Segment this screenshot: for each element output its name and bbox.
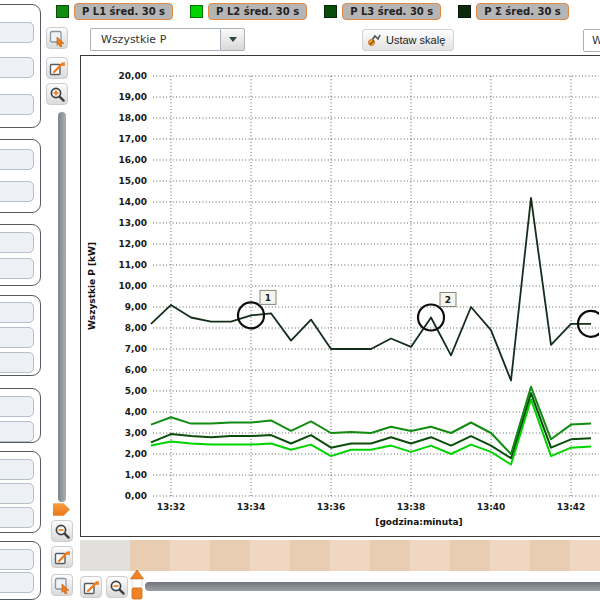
y-tick-label: 8,00 bbox=[125, 323, 147, 333]
legend-item-label: P Σ śred. 30 s bbox=[476, 3, 569, 20]
y-tick-label: 19,00 bbox=[119, 92, 147, 102]
set-scale-label: Ustaw skalę bbox=[386, 34, 445, 46]
y-tick-label: 20,00 bbox=[119, 71, 147, 81]
y-tick-label: 12,00 bbox=[119, 239, 147, 249]
power-chart[interactable]: 0,001,002,003,004,005,006,007,008,009,00… bbox=[81, 56, 599, 535]
y-tick-label: 15,00 bbox=[119, 176, 147, 186]
select-region-button[interactable] bbox=[46, 27, 68, 49]
zoom-out-left-button[interactable] bbox=[51, 520, 73, 542]
sidebar-field[interactable] bbox=[0, 22, 34, 43]
vertical-zoom-slider-track[interactable] bbox=[58, 112, 66, 502]
y-tick-label: 10,00 bbox=[119, 281, 147, 291]
y-tick-label: 17,00 bbox=[119, 134, 147, 144]
timeline-lead-segment bbox=[80, 540, 130, 571]
y-tick-label: 7,00 bbox=[125, 344, 147, 354]
sidebar-field[interactable] bbox=[0, 258, 34, 279]
position-marker-icon bbox=[129, 570, 145, 600]
timeline-minute-segment bbox=[530, 540, 570, 571]
legend-item-l3[interactable]: P L3 śred. 30 s bbox=[324, 3, 441, 20]
edit-chart-button[interactable] bbox=[46, 57, 68, 79]
dropdown-arrow-button[interactable] bbox=[220, 28, 245, 51]
timeline-minute-segment bbox=[490, 540, 530, 571]
zoom-in-button[interactable] bbox=[46, 83, 68, 105]
series-line-sum bbox=[151, 198, 591, 381]
timeline-minute-segment bbox=[450, 540, 490, 571]
zoom-in-icon bbox=[49, 86, 66, 103]
zoom-out-icon bbox=[109, 579, 126, 596]
sidebar-field[interactable] bbox=[0, 396, 34, 417]
sidebar-field[interactable] bbox=[0, 352, 34, 373]
y-tick-label: 16,00 bbox=[119, 155, 147, 165]
y-tick-label: 11,00 bbox=[119, 260, 147, 270]
sidebar-field[interactable] bbox=[0, 459, 34, 480]
sidebar-field[interactable] bbox=[0, 549, 34, 570]
right-dropdown-partial[interactable]: W bbox=[583, 29, 600, 52]
y-tick-label: 0,00 bbox=[125, 491, 147, 501]
edit-icon bbox=[54, 549, 71, 566]
sidebar-field[interactable] bbox=[0, 181, 34, 202]
timeline-minute-segment bbox=[410, 540, 450, 571]
y-tick-label: 4,00 bbox=[125, 407, 147, 417]
sidebar-field[interactable] bbox=[0, 57, 34, 78]
chart-panel: 0,001,002,003,004,005,006,007,008,009,00… bbox=[80, 55, 600, 537]
y-tick-label: 14,00 bbox=[119, 197, 147, 207]
y-tick-label: 9,00 bbox=[125, 302, 147, 312]
timeline-minute-segment bbox=[570, 540, 600, 571]
sidebar-field[interactable] bbox=[0, 94, 34, 115]
legend-item-sum[interactable]: P Σ śred. 30 s bbox=[458, 3, 569, 20]
edit-icon bbox=[83, 579, 100, 596]
select-rectangle-icon bbox=[54, 577, 71, 594]
select-left-button[interactable] bbox=[51, 574, 73, 596]
legend-bar: P L1 śred. 30 sP L2 śred. 30 sP L3 śred.… bbox=[56, 2, 586, 20]
sidebar-field[interactable] bbox=[0, 572, 34, 593]
series-filter-dropdown[interactable]: Wszystkie P bbox=[90, 28, 245, 51]
horizontal-scrollbar[interactable] bbox=[145, 582, 600, 591]
y-tick-label: 2,00 bbox=[125, 449, 147, 459]
timeline-minute-segment bbox=[170, 540, 210, 571]
legend-item-l1[interactable]: P L1 śred. 30 s bbox=[56, 3, 173, 20]
timeline-minute-segment bbox=[250, 540, 290, 571]
set-scale-button[interactable]: Ustaw skalę bbox=[362, 29, 454, 51]
set-scale-icon bbox=[367, 32, 383, 48]
legend-item-label: P L3 śred. 30 s bbox=[342, 3, 441, 20]
zoom-out-timeline-button[interactable] bbox=[106, 576, 128, 598]
series-line-l3 bbox=[151, 393, 591, 458]
x-tick-label: 13:34 bbox=[237, 502, 266, 512]
timeline-minute-segment bbox=[330, 540, 370, 571]
legend-swatch-icon bbox=[458, 5, 471, 18]
x-tick-label: 13:40 bbox=[477, 502, 506, 512]
sidebar-field[interactable] bbox=[0, 421, 34, 442]
legend-swatch-icon bbox=[190, 5, 203, 18]
y-tick-label: 1,00 bbox=[125, 470, 147, 480]
edit-timeline-button[interactable] bbox=[80, 576, 102, 598]
y-axis-title: Wszystkie P [kW] bbox=[87, 242, 97, 330]
sidebar-field[interactable] bbox=[0, 149, 34, 170]
sidebar-field[interactable] bbox=[0, 483, 34, 504]
timeline-overview-strip[interactable] bbox=[80, 540, 600, 571]
timeline-position-marker[interactable] bbox=[129, 570, 145, 600]
sidebar-field[interactable] bbox=[0, 507, 34, 528]
x-tick-label: 13:38 bbox=[397, 502, 426, 512]
y-tick-label: 13,00 bbox=[119, 218, 147, 228]
chart-marker-label: 1 bbox=[265, 293, 271, 303]
chart-marker-label: 2 bbox=[445, 295, 451, 305]
left-panel bbox=[0, 0, 46, 600]
legend-swatch-icon bbox=[324, 5, 337, 18]
sidebar-field[interactable] bbox=[0, 232, 34, 253]
legend-item-label: P L2 śred. 30 s bbox=[208, 3, 307, 20]
legend-item-label: P L1 śred. 30 s bbox=[74, 3, 173, 20]
edit-left-button[interactable] bbox=[51, 546, 73, 568]
y-tick-label: 5,00 bbox=[125, 386, 147, 396]
legend-item-l2[interactable]: P L2 śred. 30 s bbox=[190, 3, 307, 20]
zoom-out-icon bbox=[54, 523, 71, 540]
timeline-minute-segment bbox=[130, 540, 170, 571]
y-tick-label: 6,00 bbox=[125, 365, 147, 375]
sidebar-field[interactable] bbox=[0, 302, 34, 323]
sidebar-field[interactable] bbox=[0, 327, 34, 348]
timeline-minute-segment bbox=[290, 540, 330, 571]
x-tick-label: 13:32 bbox=[157, 502, 186, 512]
y-tick-label: 3,00 bbox=[125, 428, 147, 438]
edit-icon bbox=[49, 60, 66, 77]
chevron-down-icon bbox=[229, 37, 237, 42]
vertical-zoom-slider-handle[interactable] bbox=[53, 502, 70, 517]
